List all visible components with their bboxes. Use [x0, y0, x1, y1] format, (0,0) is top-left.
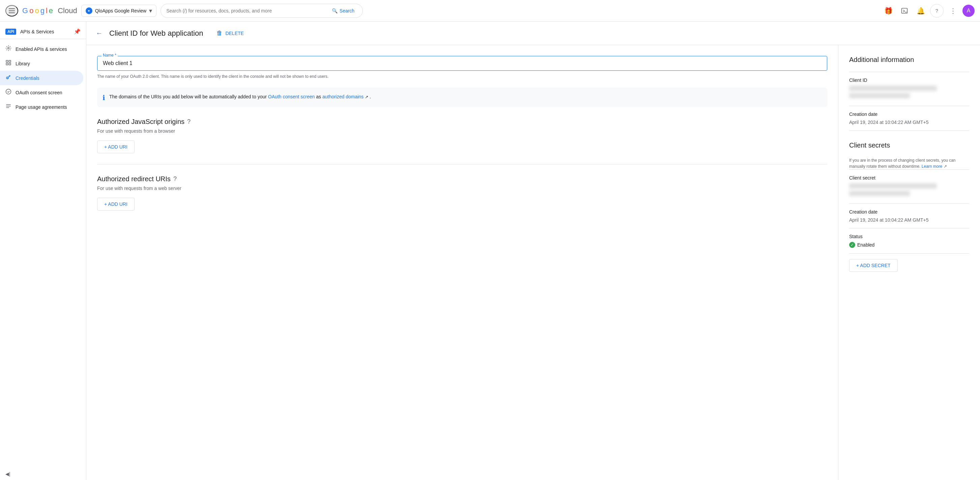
search-input[interactable]: [166, 8, 326, 13]
search-icon: 🔍: [332, 8, 337, 13]
client-secret-label: Client secret: [849, 175, 969, 181]
client-secret-value: ●●●●●●●●●●●●●●●●●●●●●●●●●● ●●●●●●●●●●●●●…: [849, 183, 969, 196]
name-field-wrapper: Name *: [97, 56, 827, 71]
avatar[interactable]: A: [963, 5, 975, 17]
back-icon: ←: [96, 29, 102, 37]
authorized-domains-link[interactable]: authorized domains: [322, 94, 364, 99]
delete-icon: 🗑: [216, 30, 223, 37]
redirect-uris-section: Authorized redirect URIs ? For use with …: [97, 175, 827, 211]
search-bar: 🔍 Search: [161, 4, 363, 18]
secret-creation-date-value: April 19, 2024 at 10:04:22 AM GMT+5: [849, 217, 969, 223]
js-origins-help-icon[interactable]: ?: [187, 118, 191, 125]
sidebar: API APIs & Services 📌 Enabled APIs & ser…: [0, 22, 86, 480]
pin-icon: 📌: [74, 28, 81, 35]
sidebar-title: APIs & Services: [20, 29, 54, 34]
client-id-blurred-2: ●●●●●●●●●●●●●●●●●●●: [849, 93, 910, 98]
project-selector[interactable]: ● QloApps Google Review ▾: [81, 5, 157, 17]
learn-more-link[interactable]: Learn more: [922, 164, 942, 169]
additional-info-title: Additional information: [849, 56, 969, 64]
learn-more-icon: ↗: [943, 164, 947, 169]
client-secret-row: Client secret ●●●●●●●●●●●●●●●●●●●●●●●●●●…: [849, 170, 969, 204]
add-js-origin-uri-button[interactable]: + ADD URI: [97, 141, 135, 153]
right-panel: Additional information Client ID ●●●●●●●…: [838, 45, 980, 480]
back-button[interactable]: ←: [94, 28, 104, 38]
js-origins-title: Authorized JavaScript origins ?: [97, 118, 827, 126]
svg-rect-7: [9, 60, 11, 62]
more-options-button[interactable]: ⋮: [946, 4, 960, 17]
name-field-label: Name *: [102, 53, 118, 58]
status-value: ✓ Enabled: [849, 242, 969, 248]
sidebar-item-credentials[interactable]: Credentials: [0, 71, 83, 85]
help-button[interactable]: ?: [930, 4, 943, 17]
sidebar-item-enabled-apis[interactable]: Enabled APIs & services: [0, 42, 83, 56]
sidebar-item-library[interactable]: Library: [0, 56, 83, 71]
content-grid: Name * The name of your OAuth 2.0 client…: [86, 45, 980, 480]
status-enabled-icon: ✓: [849, 242, 855, 248]
svg-rect-8: [6, 63, 8, 65]
client-secret-blurred: ●●●●●●●●●●●●●●●●●●●●●●●●●●: [849, 183, 937, 189]
terminal-button[interactable]: [898, 4, 911, 17]
credentials-icon: [5, 74, 11, 82]
page-usage-icon: [5, 103, 11, 111]
add-secret-button[interactable]: + ADD SECRET: [849, 259, 898, 272]
creation-date-label: Creation date: [849, 111, 969, 117]
app-layout: API APIs & Services 📌 Enabled APIs & ser…: [0, 22, 980, 480]
search-button[interactable]: 🔍 Search: [329, 7, 357, 15]
svg-rect-0: [9, 8, 15, 9]
sidebar-item-label: Page usage agreements: [16, 105, 67, 110]
client-secret-blurred-2: ●●●●●●●●●●●●●●●●: [849, 191, 910, 196]
client-secrets-title: Client secrets: [849, 141, 969, 149]
svg-rect-9: [9, 63, 11, 65]
sidebar-collapse-button[interactable]: ◀|: [0, 468, 86, 480]
enabled-apis-icon: [5, 45, 11, 53]
sidebar-item-label: OAuth consent screen: [16, 90, 62, 95]
status-badge: ✓ Enabled: [849, 242, 875, 248]
client-id-blurred: ●●●●●●●●●●●●●●●●●●●●●●●●●●: [849, 86, 937, 91]
sidebar-item-oauth-consent[interactable]: OAuth consent screen: [0, 85, 83, 100]
client-id-label: Client ID: [849, 78, 969, 83]
hamburger-menu[interactable]: [5, 5, 18, 16]
google-cloud-logo: Google Cloud: [22, 6, 77, 15]
client-secrets-section: Client secrets If you are in the process…: [849, 141, 969, 272]
info-link-icon: ↗: [365, 95, 368, 99]
svg-rect-2: [9, 13, 15, 13]
page-header: ← Client ID for Web application 🗑 DELETE: [86, 22, 980, 45]
js-origins-section: Authorized JavaScript origins ? For use …: [97, 118, 827, 153]
page-title: Client ID for Web application: [109, 29, 203, 38]
svg-rect-1: [9, 10, 15, 11]
client-id-value: ●●●●●●●●●●●●●●●●●●●●●●●●●● ●●●●●●●●●●●●●…: [849, 86, 969, 98]
add-redirect-uri-button[interactable]: + ADD URI: [97, 198, 135, 211]
delete-button[interactable]: 🗑 DELETE: [212, 27, 248, 40]
project-icon: ●: [86, 7, 92, 14]
status-label: Status: [849, 234, 969, 239]
creation-date-row: Creation date April 19, 2024 at 10:04:22…: [849, 106, 969, 131]
collapse-icon: ◀|: [5, 471, 10, 477]
chevron-down-icon: ▾: [149, 7, 152, 14]
js-origins-subtitle: For use with requests from a browser: [97, 128, 827, 134]
secret-creation-date-row: Creation date April 19, 2024 at 10:04:22…: [849, 204, 969, 228]
sidebar-item-label: Enabled APIs & services: [16, 46, 67, 52]
left-panel: Name * The name of your OAuth 2.0 client…: [86, 45, 838, 480]
svg-rect-6: [6, 60, 8, 62]
library-icon: [5, 60, 11, 67]
client-id-row: Client ID ●●●●●●●●●●●●●●●●●●●●●●●●●● ●●●…: [849, 72, 969, 106]
info-box: ℹ The domains of the URIs you add below …: [97, 87, 827, 107]
name-input[interactable]: [103, 59, 821, 68]
project-name: QloApps Google Review: [95, 8, 147, 13]
oauth-consent-link[interactable]: OAuth consent screen: [268, 94, 315, 99]
top-nav: Google Cloud ● QloApps Google Review ▾ 🔍…: [0, 0, 980, 22]
sidebar-item-label: Library: [16, 61, 30, 67]
sidebar-item-label: Credentials: [16, 76, 40, 81]
sidebar-item-page-usage[interactable]: Page usage agreements: [0, 100, 83, 114]
info-text: The domains of the URIs you add below wi…: [109, 93, 371, 100]
notifications-button[interactable]: 🔔: [914, 4, 928, 17]
gift-button[interactable]: 🎁: [881, 4, 895, 17]
status-row: Status ✓ Enabled: [849, 228, 969, 253]
redirect-uris-help-icon[interactable]: ?: [173, 176, 177, 182]
section-divider: [97, 164, 827, 165]
main-content: ← Client ID for Web application 🗑 DELETE…: [86, 22, 980, 480]
name-form-group: Name * The name of your OAuth 2.0 client…: [97, 56, 827, 79]
redirect-uris-subtitle: For use with requests from a web server: [97, 185, 827, 191]
name-field-hint: The name of your OAuth 2.0 client. This …: [97, 73, 827, 79]
creation-date-value: April 19, 2024 at 10:04:22 AM GMT+5: [849, 120, 969, 125]
